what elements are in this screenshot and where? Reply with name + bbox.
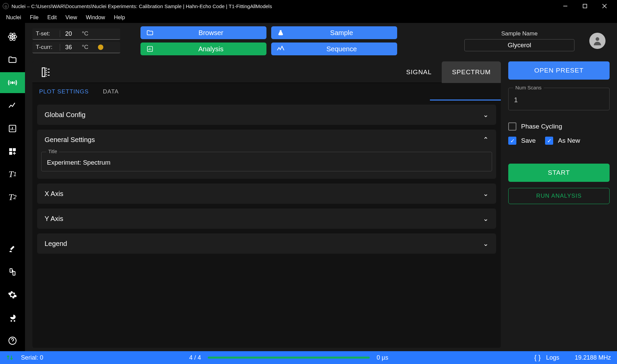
time-status: 0 µs: [377, 354, 388, 361]
maximize-button[interactable]: [575, 0, 595, 12]
menu-nuclei[interactable]: Nuclei: [2, 13, 25, 22]
menubar: Nuclei File Edit View Window Help: [0, 12, 617, 23]
title-field-label: Title: [46, 149, 59, 154]
panel-global-config[interactable]: Global Config ⌄: [37, 105, 496, 125]
open-preset-button[interactable]: OPEN PRESET: [508, 61, 610, 80]
t1-icon[interactable]: T1: [0, 164, 25, 185]
tab-signal[interactable]: SIGNAL: [396, 61, 442, 83]
num-scans-value: 1: [514, 96, 604, 104]
svg-point-16: [14, 320, 16, 322]
chevron-down-icon: ⌄: [483, 215, 489, 223]
statusbar: Serial: 0 4 / 4 0 µs { } Logs 19.2188 MH…: [0, 351, 617, 364]
temp-curr-value: 36: [60, 44, 77, 51]
avatar[interactable]: [589, 33, 606, 49]
chevron-down-icon: ⌄: [483, 240, 489, 248]
panel-xaxis-title: X Axis: [45, 190, 63, 198]
svg-point-7: [12, 36, 13, 37]
flask-icon: [276, 29, 285, 36]
panel-general-settings: General Settings ⌃ Title: [37, 130, 496, 179]
tab-plot-settings[interactable]: PLOT SETTINGS: [37, 84, 91, 100]
menu-view[interactable]: View: [61, 13, 81, 22]
main-area: T-set: 20 °C T-curr: 36 °C Browser: [25, 23, 617, 351]
phase-cycling-label: Phase Cycling: [521, 123, 562, 130]
svg-point-15: [10, 320, 12, 322]
svg-rect-1: [583, 4, 587, 8]
folder-icon[interactable]: [0, 49, 25, 70]
temp-curr-label: T-curr:: [32, 44, 60, 51]
right-sidebar: OPEN PRESET Num Scans 1 Phase Cycling ✓ …: [508, 61, 610, 348]
close-button[interactable]: [595, 0, 614, 12]
run-analysis-button[interactable]: RUN ANALYSIS: [508, 188, 610, 204]
sync-icon: [6, 354, 14, 361]
line-chart-icon[interactable]: [0, 95, 25, 116]
temp-set-row: T-set: 20 °C: [32, 28, 120, 40]
browser-button[interactable]: Browser: [140, 26, 266, 39]
chevron-down-icon: ⌄: [483, 190, 489, 198]
sample-button[interactable]: Sample: [271, 26, 397, 39]
chevron-down-icon: ⌄: [483, 111, 489, 119]
sequence-button[interactable]: Sequence: [271, 43, 397, 55]
svg-rect-11: [13, 148, 16, 151]
logs-button[interactable]: Logs: [546, 354, 559, 361]
svg-rect-13: [10, 269, 12, 272]
temp-curr-row: T-curr: 36 °C: [32, 42, 120, 53]
atom-icon[interactable]: [0, 26, 25, 47]
menu-help[interactable]: Help: [110, 13, 129, 22]
analysis-button[interactable]: Analysis: [140, 43, 266, 55]
sequence-icon: [276, 46, 285, 52]
temp-set-label: T-set:: [32, 30, 60, 37]
device-icon[interactable]: [0, 261, 25, 282]
sample-name-label: Sample Name: [501, 30, 538, 37]
broadcast-icon[interactable]: [0, 72, 25, 93]
phase-cycling-checkbox[interactable]: [508, 122, 516, 131]
menu-edit[interactable]: Edit: [43, 13, 61, 22]
panel-y-axis[interactable]: Y Axis ⌄: [37, 208, 496, 229]
sample-name-input[interactable]: [464, 39, 574, 51]
panel-legend[interactable]: Legend ⌄: [37, 233, 496, 254]
titlebar: ◎ Nuclei – C:\Users\WAR\Documents\Nuclei…: [0, 0, 617, 12]
as-new-label: As New: [558, 137, 580, 144]
start-button[interactable]: START: [508, 164, 610, 182]
sample-label: Sample: [291, 29, 392, 37]
as-new-checkbox[interactable]: ✓: [545, 137, 553, 145]
chart-icon: [145, 46, 155, 52]
svg-rect-12: [9, 152, 12, 155]
minimize-button[interactable]: [556, 0, 575, 12]
tab-spectrum[interactable]: SPECTRUM: [442, 61, 501, 83]
panel-global-title: Global Config: [45, 111, 85, 119]
bar-chart-icon[interactable]: [0, 118, 25, 139]
title-input[interactable]: [47, 159, 486, 166]
svg-point-8: [12, 82, 14, 84]
panel-general-header[interactable]: General Settings ⌃: [37, 130, 496, 150]
braces-icon[interactable]: { }: [534, 354, 541, 362]
temp-curr-unit: °C: [77, 44, 93, 51]
menu-window[interactable]: Window: [82, 13, 109, 22]
temp-set-value[interactable]: 20: [60, 30, 77, 37]
t2-icon[interactable]: T2: [0, 187, 25, 208]
app-logo-icon: ◎: [3, 3, 9, 9]
widgets-icon[interactable]: [0, 141, 25, 162]
panel-yaxis-title: Y Axis: [45, 215, 63, 223]
frequency-status: 19.2188 MHz: [575, 354, 611, 361]
help-icon[interactable]: [0, 330, 25, 351]
progress-bar: [208, 357, 370, 359]
tab-data[interactable]: DATA: [101, 84, 121, 100]
chevron-up-icon: ⌃: [483, 136, 489, 144]
panel-x-axis[interactable]: X Axis ⌄: [37, 184, 496, 204]
folder-icon: [145, 29, 155, 36]
svg-point-19: [596, 37, 599, 41]
menu-file[interactable]: File: [26, 13, 43, 22]
sequence-label: Sequence: [291, 45, 392, 53]
dig-icon[interactable]: [0, 239, 25, 259]
gear-icon[interactable]: [0, 284, 25, 305]
save-checkbox[interactable]: ✓: [508, 137, 516, 145]
svg-rect-14: [13, 272, 15, 275]
panel-legend-title: Legend: [45, 240, 67, 248]
center-panel: SIGNAL SPECTRUM PLOT SETTINGS DATA Globa…: [32, 61, 501, 348]
num-scans-field[interactable]: Num Scans 1: [508, 88, 610, 110]
num-scans-label: Num Scans: [513, 85, 544, 90]
mirror-icon[interactable]: [36, 66, 56, 78]
stroller-icon[interactable]: [0, 307, 25, 328]
svg-rect-10: [9, 148, 12, 151]
temp-set-unit: °C: [77, 30, 93, 37]
